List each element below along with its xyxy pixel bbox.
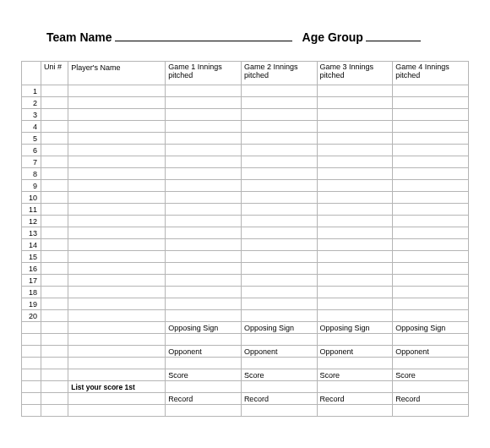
cell-game3: [317, 239, 393, 251]
cell-game4: [393, 287, 469, 298]
cell-game3: [317, 263, 393, 275]
cell-game1: [166, 109, 242, 121]
cell-uni: [41, 239, 68, 251]
header-game2: Game 2 Innings pitched: [241, 62, 317, 85]
cell-game4: [393, 133, 469, 145]
table-row: 19: [22, 298, 469, 310]
cell-uni: [41, 180, 68, 192]
cell-game1: [166, 145, 242, 156]
cell-game3: [317, 133, 393, 145]
table-row: 17: [22, 275, 469, 287]
row-number: 1: [22, 85, 41, 97]
table-header-row: Uni # Player's Name Game 1 Innings pitch…: [22, 62, 469, 85]
summary-row-blank2: [22, 358, 469, 369]
cell-name: [68, 310, 166, 322]
cell-game4: [393, 251, 469, 263]
summary-row-blank1: [22, 334, 469, 346]
cell-game2: [241, 251, 317, 263]
table-row: 4: [22, 121, 469, 133]
table-row: 5: [22, 133, 469, 145]
cell-game2: [241, 109, 317, 121]
cell-game1: [166, 180, 242, 192]
team-name-line: [115, 30, 292, 41]
cell-game4: [393, 204, 469, 216]
cell-game1: [166, 192, 242, 204]
team-name-label: Team Name: [46, 30, 112, 44]
cell-game2: [241, 168, 317, 180]
cell-game2: [241, 263, 317, 275]
header-game4: Game 4 Innings pitched: [393, 62, 469, 85]
cell-name: [68, 239, 166, 251]
summary-row-score: Score Score Score Score: [22, 369, 469, 381]
row-number: 2: [22, 97, 41, 109]
summary-row-note: List your score 1st: [22, 381, 469, 393]
table-row: 3: [22, 109, 469, 121]
row-number: 4: [22, 121, 41, 133]
cell-uni: [41, 97, 68, 109]
cell-game3: [317, 168, 393, 180]
cell-name: [68, 204, 166, 216]
cell-uni: [41, 156, 68, 168]
cell-game2: [241, 227, 317, 239]
cell-game3: [317, 275, 393, 287]
cell-uni: [41, 85, 68, 97]
cell-game4: [393, 239, 469, 251]
cell-game3: [317, 180, 393, 192]
cell-uni: [41, 287, 68, 298]
cell-game1: [166, 216, 242, 227]
cell-name: [68, 216, 166, 227]
cell-game3: [317, 216, 393, 227]
cell-game4: [393, 275, 469, 287]
row-number: 15: [22, 251, 41, 263]
row-number: 17: [22, 275, 41, 287]
cell-game4: [393, 97, 469, 109]
cell-uni: [41, 227, 68, 239]
cell-game4: [393, 310, 469, 322]
cell-name: [68, 263, 166, 275]
cell-name: [68, 156, 166, 168]
cell-game1: [166, 298, 242, 310]
row-number: 3: [22, 109, 41, 121]
table-row: 18: [22, 287, 469, 298]
cell-game2: [241, 180, 317, 192]
cell-name: [68, 180, 166, 192]
cell-uni: [41, 204, 68, 216]
cell-uni: [41, 251, 68, 263]
cell-game2: [241, 97, 317, 109]
cell-game4: [393, 180, 469, 192]
cell-name: [68, 133, 166, 145]
row-number: 20: [22, 310, 41, 322]
row-number: 19: [22, 298, 41, 310]
summary-row-opponent: Opponent Opponent Opponent Opponent: [22, 346, 469, 358]
cell-game1: [166, 168, 242, 180]
row-number: 12: [22, 216, 41, 227]
row-number: 6: [22, 145, 41, 156]
cell-game1: [166, 156, 242, 168]
cell-uni: [41, 263, 68, 275]
cell-uni: [41, 109, 68, 121]
cell-game3: [317, 287, 393, 298]
row-number: 8: [22, 168, 41, 180]
cell-uni: [41, 275, 68, 287]
cell-game4: [393, 216, 469, 227]
cell-game4: [393, 192, 469, 204]
cell-game4: [393, 263, 469, 275]
cell-game1: [166, 97, 242, 109]
cell-game2: [241, 85, 317, 97]
row-number: 18: [22, 287, 41, 298]
cell-game1: [166, 85, 242, 97]
row-number: 11: [22, 204, 41, 216]
cell-game2: [241, 133, 317, 145]
cell-name: [68, 251, 166, 263]
cell-game4: [393, 121, 469, 133]
cell-game2: [241, 310, 317, 322]
cell-game4: [393, 168, 469, 180]
cell-game1: [166, 287, 242, 298]
cell-uni: [41, 133, 68, 145]
cell-name: [68, 109, 166, 121]
cell-game4: [393, 156, 469, 168]
table-row: 13: [22, 227, 469, 239]
table-row: 8: [22, 168, 469, 180]
row-number: 10: [22, 192, 41, 204]
cell-game4: [393, 145, 469, 156]
